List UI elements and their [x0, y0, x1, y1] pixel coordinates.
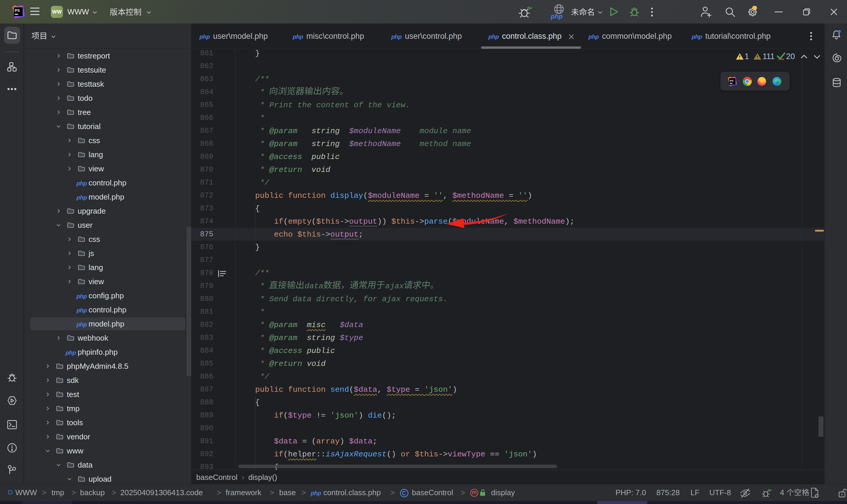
svg-text:PS: PS — [15, 8, 20, 13]
svg-text:PS: PS — [730, 79, 734, 82]
svg-text:php: php — [550, 13, 563, 20]
